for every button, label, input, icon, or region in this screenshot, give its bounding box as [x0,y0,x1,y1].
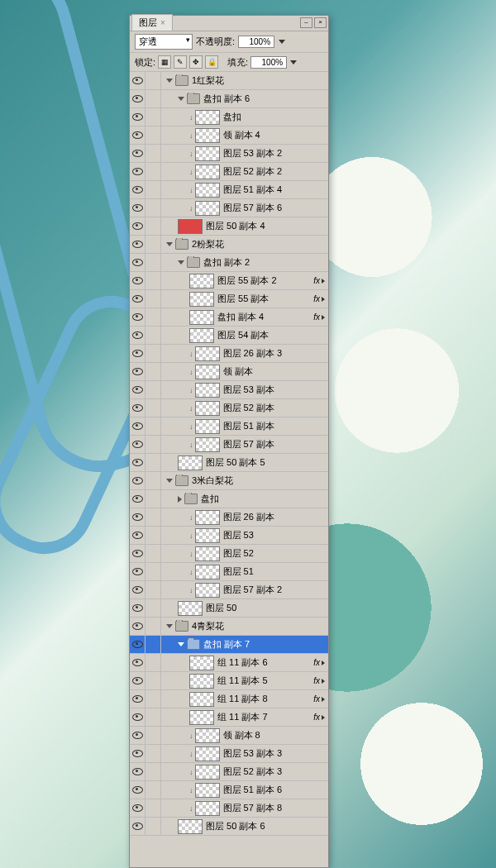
layer-group[interactable]: 3米白梨花 [130,472,328,490]
lock-all-button[interactable]: 🔒 [205,55,218,69]
fx-badge[interactable]: fx [313,312,325,322]
layer-thumbnail[interactable] [195,419,220,434]
layer-name[interactable]: 图层 57 副本 8 [223,802,283,814]
layer-name[interactable]: 组 11 副本 5 [217,675,268,687]
layer-thumbnail[interactable] [195,746,220,761]
layer-thumbnail[interactable] [195,437,220,452]
layer-row[interactable]: ↓图层 51 副本 6 [130,781,328,799]
link-column[interactable] [145,90,161,107]
layer-thumbnail[interactable] [189,674,214,689]
layer-name[interactable]: 图层 52 副本 2 [223,165,283,178]
link-column[interactable] [145,618,161,635]
layer-thumbnail[interactable] [178,819,203,834]
close-button[interactable]: × [314,17,327,28]
visibility-toggle[interactable] [130,272,145,289]
visibility-toggle[interactable] [130,181,145,198]
layer-row[interactable]: ↓图层 51 副本 4 [130,181,328,199]
link-column[interactable] [145,381,161,398]
layer-tree[interactable]: 1红梨花盘扣 副本 6↓盘扣↓领 副本 4↓图层 53 副本 2↓图层 52 副… [130,72,328,867]
link-column[interactable] [145,490,161,508]
layer-row[interactable]: 图层 55 副本 2fx [130,272,328,290]
layer-row[interactable]: ↓图层 51 副本 [130,417,328,436]
visibility-toggle[interactable] [130,708,145,726]
layer-thumbnail[interactable] [195,510,220,525]
visibility-toggle[interactable] [130,763,145,780]
layer-name[interactable]: 图层 55 副本 [217,293,269,305]
visibility-toggle[interactable] [130,527,145,544]
layer-name[interactable]: 盘扣 副本 2 [203,256,250,269]
link-column[interactable] [145,527,161,544]
fill-input[interactable]: 100% [250,56,287,69]
visibility-toggle[interactable] [130,254,145,271]
link-column[interactable] [145,599,161,617]
layer-thumbnail[interactable] [195,528,220,543]
link-column[interactable] [145,781,161,799]
expand-arrow-icon[interactable] [166,79,173,83]
expand-arrow-icon[interactable] [166,479,173,483]
layer-name[interactable]: 图层 53 副本 [223,384,274,396]
layer-name[interactable]: 盘扣 副本 7 [203,638,250,651]
link-column[interactable] [145,108,161,126]
visibility-toggle[interactable] [130,563,145,580]
layer-thumbnail[interactable] [189,292,214,307]
visibility-toggle[interactable] [130,654,145,671]
fx-badge[interactable]: fx [313,713,325,722]
layer-row[interactable]: ↓图层 57 副本 [130,436,328,454]
layer-name[interactable]: 领 副本 8 [223,729,260,742]
link-column[interactable] [145,563,161,580]
blend-mode-select[interactable]: 穿透 [135,34,193,50]
visibility-toggle[interactable] [130,108,145,126]
layer-thumbnail[interactable] [189,274,214,289]
layer-group[interactable]: 盘扣 副本 2 [130,254,328,272]
visibility-toggle[interactable] [130,363,145,380]
layer-row[interactable]: 组 11 副本 5fx [130,672,328,690]
layers-tab[interactable]: 图层× [131,14,173,31]
link-column[interactable] [145,417,161,435]
layer-name[interactable]: 图层 55 副本 2 [217,274,277,287]
link-column[interactable] [145,436,161,453]
link-column[interactable] [145,327,161,344]
fx-badge[interactable]: fx [313,294,325,303]
layer-group[interactable]: 1红梨花 [130,72,328,90]
layer-name[interactable]: 图层 50 副本 6 [206,820,265,832]
layer-name[interactable]: 盘扣 副本 4 [217,311,264,323]
layer-row[interactable]: ↓领 副本 8 [130,727,328,745]
visibility-toggle[interactable] [130,745,145,762]
layer-group[interactable]: 盘扣 副本 7 [130,636,328,654]
layer-row[interactable]: ↓图层 57 副本 2 [130,581,328,599]
layer-thumbnail[interactable] [189,656,214,670]
layer-name[interactable]: 图层 26 副本 3 [223,347,283,360]
layer-row[interactable]: 组 11 副本 7fx [130,708,328,727]
layer-row[interactable]: 图层 50 副本 5 [130,454,328,472]
link-column[interactable] [145,181,161,198]
layer-name[interactable]: 图层 53 [223,529,254,541]
link-column[interactable] [145,163,161,180]
lock-move-button[interactable]: ✥ [189,55,203,69]
link-column[interactable] [145,145,161,162]
layer-thumbnail[interactable] [195,783,220,798]
layer-thumbnail[interactable] [195,728,220,743]
layer-row[interactable]: 组 11 副本 6fx [130,654,328,672]
visibility-toggle[interactable] [130,199,145,217]
link-column[interactable] [145,454,161,471]
visibility-toggle[interactable] [130,381,145,398]
layer-thumbnail[interactable] [195,346,220,361]
fx-badge[interactable]: fx [313,676,325,685]
layer-thumbnail[interactable] [195,383,220,398]
visibility-toggle[interactable] [130,490,145,508]
layer-row[interactable]: ↓领 副本 4 [130,126,328,145]
layer-name[interactable]: 图层 51 副本 4 [223,184,283,196]
layer-thumbnail[interactable] [195,365,220,379]
layer-row[interactable]: ↓图层 53 副本 2 [130,145,328,163]
fx-badge[interactable]: fx [313,276,325,285]
close-icon[interactable]: × [160,18,165,27]
layer-thumbnail[interactable] [195,201,220,216]
opacity-input[interactable]: 100% [238,36,274,48]
dropdown-icon[interactable] [290,60,297,64]
visibility-toggle[interactable] [130,345,145,362]
layer-name[interactable]: 图层 52 副本 [223,402,274,414]
layer-thumbnail[interactable] [195,583,220,598]
visibility-toggle[interactable] [130,417,145,435]
layer-name[interactable]: 2粉梨花 [192,238,224,250]
dropdown-icon[interactable] [279,40,285,44]
